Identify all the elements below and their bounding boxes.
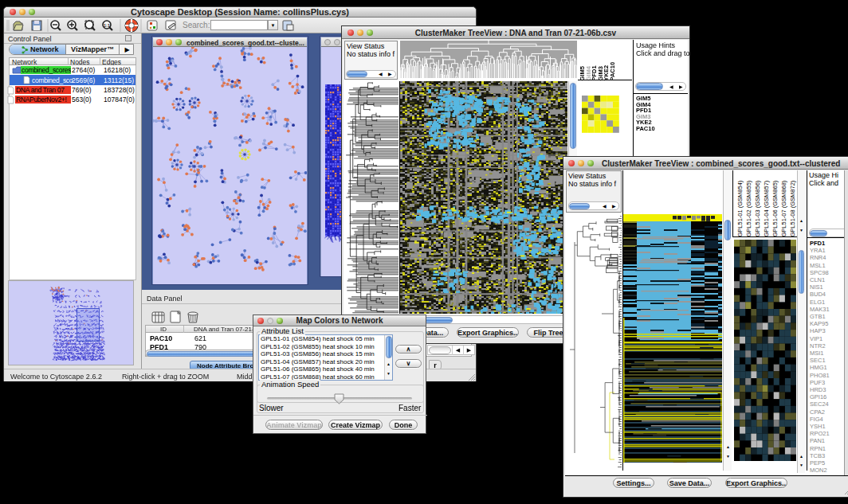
svg-text:1:1: 1:1 (104, 23, 110, 28)
svg-text:Search:: Search: (183, 21, 210, 29)
